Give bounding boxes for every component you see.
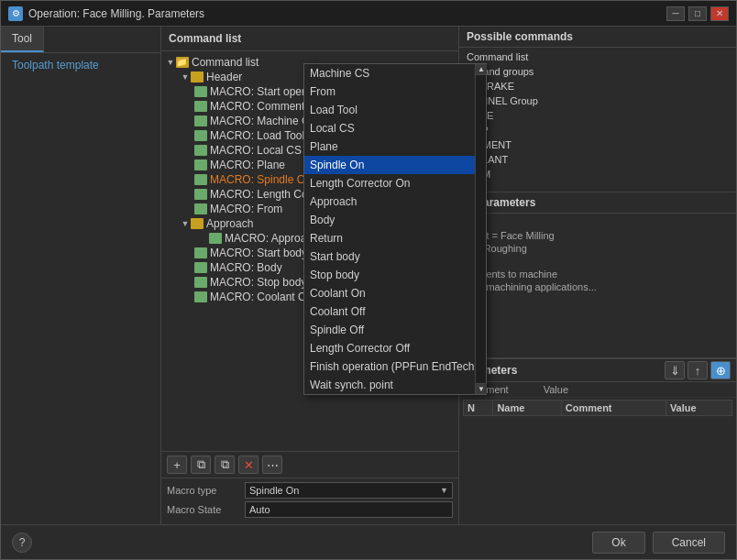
col-value: Value	[666, 401, 732, 416]
dropdown-item-local-cs[interactable]: Local CS	[304, 119, 475, 137]
macro-type-label: Macro type	[167, 485, 245, 496]
expand-icon: ▼	[165, 57, 176, 68]
dropdown-item-body[interactable]: Body	[304, 211, 475, 229]
dropdown-scrollbar: ▲ ▼	[475, 64, 486, 394]
scroll-up-button[interactable]: ▲	[476, 64, 487, 75]
possible-item[interactable]: OMMENT	[459, 137, 736, 152]
comment-value-row: Comment Value	[459, 382, 736, 398]
cmd-icon	[209, 233, 222, 244]
dropdown-item-length-corrector-off[interactable]: Length Corrector Off	[304, 339, 475, 357]
dropdown-item-spindle-on[interactable]: Spindle On	[304, 156, 475, 174]
dropdown-item-load-tool[interactable]: Load Tool	[304, 101, 475, 119]
minimize-button[interactable]: ─	[666, 6, 685, 21]
window-icon: ⚙	[8, 6, 23, 21]
cmd-icon	[194, 86, 207, 97]
toolpath-template-item[interactable]: Toolpath template	[1, 53, 160, 77]
cmd-icon	[194, 130, 207, 141]
dropdown-item-coolant-on[interactable]: Coolant On	[304, 284, 475, 302]
parameters-header-row: arameters ⇓ ↑ ⊕	[459, 359, 736, 382]
expand-icon: ▼	[180, 218, 191, 229]
possible-commands-list[interactable]: Command list mmand groups ESBRAKE HANNEL…	[459, 48, 736, 192]
close-button[interactable]: ✕	[710, 6, 729, 21]
dropdown-item-wait-synch[interactable]: Wait synch. point	[304, 376, 475, 394]
dropdown-item-approach[interactable]: Approach	[304, 192, 475, 211]
in-parameters-content: ο ment = Face Milling o = Roughing ο ire…	[459, 214, 736, 298]
dropdown-item-machine-cs[interactable]: Machine CS	[304, 64, 475, 82]
macro-state-row: Macro State Auto	[167, 501, 453, 518]
bottom-bar: ? Ok Cancel	[1, 524, 736, 559]
paste-button[interactable]: ⧉	[214, 456, 235, 474]
possible-item[interactable]: AMP	[459, 123, 736, 137]
cmd-icon	[194, 159, 207, 170]
params-add-btn[interactable]: ⊕	[710, 361, 731, 379]
delete-button[interactable]: ✕	[238, 456, 258, 474]
macro-state-label: Macro State	[167, 504, 245, 515]
cmd-icon	[194, 262, 207, 273]
more-button[interactable]: ⋯	[262, 456, 282, 474]
content-area: Tool Toolpath template Command list ▼ 📁 …	[1, 27, 736, 524]
params-table-area: N Name Comment Value	[459, 398, 736, 524]
expand-icon: ▼	[180, 71, 191, 82]
dropdown-item-length-corrector-on[interactable]: Length Corrector On	[304, 174, 475, 192]
help-button[interactable]: ?	[12, 533, 32, 553]
dropdown-item-plane[interactable]: Plane	[304, 137, 475, 156]
main-window: ⚙ Operation: Face Milling. Parameters ─ …	[0, 0, 737, 560]
folder-icon	[191, 218, 204, 229]
left-panel: Tool Toolpath template	[1, 27, 161, 524]
cmd-icon	[194, 145, 207, 156]
window-title: Operation: Face Milling. Parameters	[28, 7, 666, 20]
right-panel: Possible commands Command list mmand gro…	[459, 27, 736, 524]
cmd-icon	[194, 101, 207, 112]
possible-item[interactable]: Command list	[459, 49, 736, 64]
add-button[interactable]: +	[167, 456, 187, 474]
middle-panel: Command list ▼ 📁 Command list ▼ Header	[161, 27, 459, 524]
macro-state-value[interactable]: Auto	[245, 501, 453, 518]
dropdown-item-from[interactable]: From	[304, 82, 475, 101]
copy-button[interactable]: ⧉	[191, 456, 211, 474]
dropdown-item-start-body[interactable]: Start body	[304, 247, 475, 266]
macro-type-value[interactable]: Spindle On ▼	[245, 482, 453, 499]
titlebar-controls: ─ □ ✕	[666, 6, 729, 21]
tab-tool[interactable]: Tool	[1, 27, 44, 52]
params-down-btn[interactable]: ⇓	[665, 361, 685, 379]
dropdown-item-finish-operation[interactable]: Finish operation (PPFun EndTech...	[304, 357, 475, 376]
cmd-icon	[194, 247, 207, 258]
tab-bar: Tool	[1, 27, 160, 53]
cmd-icon	[194, 291, 207, 302]
col-n: N	[464, 401, 493, 416]
possible-item[interactable]: OOLANT	[459, 152, 736, 167]
dropdown-item-return[interactable]: Return	[304, 229, 475, 247]
ok-button[interactable]: Ok	[592, 532, 644, 554]
parameters-panel: arameters ⇓ ↑ ⊕ Comment Value	[459, 358, 736, 524]
dropdown-item-stop-body[interactable]: Stop body	[304, 266, 475, 284]
col-name: Name	[493, 401, 561, 416]
in-parameters-panel: n parameters ο ment = Face Milling o = R…	[459, 192, 736, 358]
params-up-btn[interactable]: ↑	[688, 361, 708, 379]
cmd-icon	[194, 189, 207, 200]
tree-toolbar: + ⧉ ⧉ ✕ ⋯	[161, 451, 458, 478]
folder-icon	[191, 71, 204, 82]
possible-item[interactable]: ESBRAKE	[459, 79, 736, 93]
cmd-icon	[194, 203, 207, 214]
possible-item[interactable]: OOM	[459, 167, 736, 181]
maximize-button[interactable]: □	[688, 6, 707, 21]
folder-icon: 📁	[176, 57, 189, 68]
in-parameters-header: n parameters	[459, 192, 736, 214]
dialog-buttons: Ok Cancel	[592, 532, 725, 554]
params-toolbar: ⇓ ↑ ⊕	[665, 361, 731, 379]
possible-item[interactable]: HANNEL Group	[459, 93, 736, 108]
cmd-icon	[194, 174, 207, 185]
dropdown-item-spindle-off[interactable]: Spindle Off	[304, 321, 475, 339]
cancel-button[interactable]: Cancel	[653, 532, 725, 554]
possible-item[interactable]: RCLE	[459, 108, 736, 123]
macro-type-row: Macro type Spindle On ▼	[167, 482, 453, 499]
params-table: N Name Comment Value	[463, 400, 732, 522]
value-label: Value	[544, 384, 568, 395]
possible-item[interactable]: mmand groups	[459, 64, 736, 79]
scroll-down-button[interactable]: ▼	[476, 383, 487, 394]
possible-commands-panel: Possible commands Command list mmand gro…	[459, 27, 736, 192]
dropdown-item-coolant-off[interactable]: Coolant Off	[304, 302, 475, 321]
cmd-icon	[194, 115, 207, 126]
cmd-icon	[194, 277, 207, 288]
possible-commands-header: Possible commands	[459, 27, 736, 48]
